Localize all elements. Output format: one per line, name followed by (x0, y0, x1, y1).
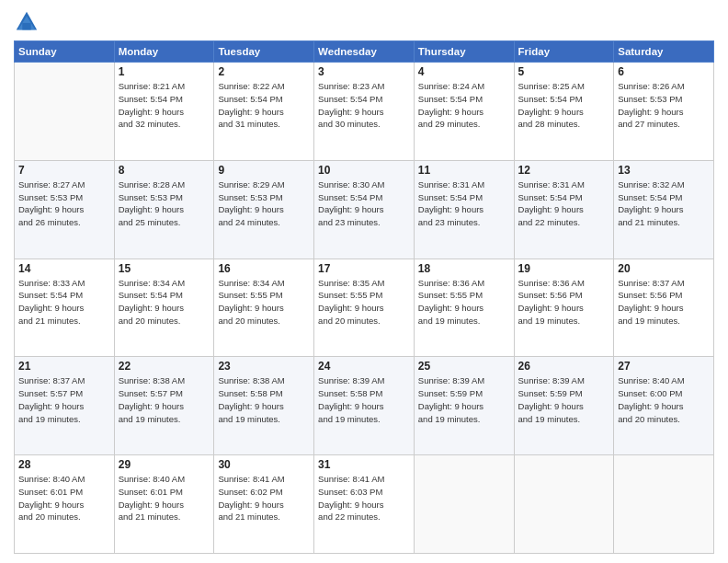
day-info: Sunrise: 8:36 AMSunset: 5:55 PMDaylight:… (418, 277, 510, 327)
calendar-cell: 17Sunrise: 8:35 AMSunset: 5:55 PMDayligh… (314, 259, 415, 357)
day-info: Sunrise: 8:30 AMSunset: 5:54 PMDaylight:… (318, 178, 410, 229)
day-number: 12 (518, 164, 610, 177)
day-info: Sunrise: 8:38 AMSunset: 5:58 PMDaylight:… (218, 374, 310, 425)
day-info: Sunrise: 8:37 AMSunset: 5:56 PMDaylight:… (618, 277, 710, 327)
weekday-header: Sunday (15, 41, 115, 63)
day-number: 29 (119, 458, 210, 471)
weekday-header: Saturday (614, 41, 714, 63)
svg-rect-2 (22, 23, 30, 29)
calendar-cell (414, 455, 514, 554)
calendar-cell: 5Sunrise: 8:25 AMSunset: 5:54 PMDaylight… (514, 63, 614, 161)
day-info: Sunrise: 8:33 AMSunset: 5:54 PMDaylight:… (18, 277, 110, 327)
header (14, 9, 714, 35)
weekday-header: Monday (114, 41, 214, 63)
day-info: Sunrise: 8:40 AMSunset: 6:01 PMDaylight:… (18, 473, 110, 523)
day-info: Sunrise: 8:41 AMSunset: 6:02 PMDaylight:… (218, 473, 310, 523)
day-info: Sunrise: 8:40 AMSunset: 6:00 PMDaylight:… (618, 374, 710, 425)
calendar-cell: 21Sunrise: 8:37 AMSunset: 5:57 PMDayligh… (15, 357, 115, 455)
calendar-table: SundayMondayTuesdayWednesdayThursdayFrid… (14, 40, 714, 554)
calendar-cell: 7Sunrise: 8:27 AMSunset: 5:53 PMDaylight… (15, 160, 115, 259)
calendar-row: 14Sunrise: 8:33 AMSunset: 5:54 PMDayligh… (15, 259, 714, 357)
day-number: 19 (518, 262, 610, 275)
calendar-cell: 22Sunrise: 8:38 AMSunset: 5:57 PMDayligh… (114, 357, 214, 455)
day-number: 15 (119, 262, 210, 275)
calendar-row: 1Sunrise: 8:21 AMSunset: 5:54 PMDaylight… (15, 63, 714, 161)
weekday-header: Wednesday (314, 41, 415, 63)
day-info: Sunrise: 8:39 AMSunset: 5:59 PMDaylight:… (518, 374, 610, 425)
calendar-cell (15, 63, 115, 161)
day-info: Sunrise: 8:39 AMSunset: 5:58 PMDaylight:… (318, 374, 410, 425)
day-number: 10 (318, 164, 410, 177)
calendar-cell: 29Sunrise: 8:40 AMSunset: 6:01 PMDayligh… (114, 455, 214, 554)
day-number: 7 (18, 164, 110, 177)
day-number: 6 (618, 65, 710, 78)
calendar-header-row: SundayMondayTuesdayWednesdayThursdayFrid… (15, 41, 714, 63)
calendar-cell: 25Sunrise: 8:39 AMSunset: 5:59 PMDayligh… (414, 357, 514, 455)
calendar-cell: 20Sunrise: 8:37 AMSunset: 5:56 PMDayligh… (614, 259, 714, 357)
calendar-cell: 24Sunrise: 8:39 AMSunset: 5:58 PMDayligh… (314, 357, 415, 455)
day-info: Sunrise: 8:37 AMSunset: 5:57 PMDaylight:… (18, 374, 110, 425)
calendar-cell (514, 455, 614, 554)
day-number: 9 (218, 164, 310, 177)
calendar-cell: 3Sunrise: 8:23 AMSunset: 5:54 PMDaylight… (314, 63, 415, 161)
day-info: Sunrise: 8:22 AMSunset: 5:54 PMDaylight:… (218, 80, 310, 131)
calendar-cell: 11Sunrise: 8:31 AMSunset: 5:54 PMDayligh… (414, 160, 514, 259)
day-number: 4 (418, 65, 510, 78)
calendar-body: 1Sunrise: 8:21 AMSunset: 5:54 PMDaylight… (15, 63, 714, 554)
calendar-cell: 27Sunrise: 8:40 AMSunset: 6:00 PMDayligh… (614, 357, 714, 455)
calendar-cell: 9Sunrise: 8:29 AMSunset: 5:53 PMDaylight… (214, 160, 314, 259)
day-number: 20 (618, 262, 710, 275)
day-number: 14 (18, 262, 110, 275)
day-number: 11 (418, 164, 510, 177)
calendar-cell: 19Sunrise: 8:36 AMSunset: 5:56 PMDayligh… (514, 259, 614, 357)
day-number: 26 (518, 360, 610, 373)
day-info: Sunrise: 8:31 AMSunset: 5:54 PMDaylight:… (518, 178, 610, 229)
weekday-header: Friday (514, 41, 614, 63)
day-info: Sunrise: 8:35 AMSunset: 5:55 PMDaylight:… (318, 277, 410, 327)
calendar-cell: 16Sunrise: 8:34 AMSunset: 5:55 PMDayligh… (214, 259, 314, 357)
weekday-header: Tuesday (214, 41, 314, 63)
day-info: Sunrise: 8:34 AMSunset: 5:54 PMDaylight:… (119, 277, 210, 327)
day-info: Sunrise: 8:24 AMSunset: 5:54 PMDaylight:… (418, 80, 510, 131)
day-info: Sunrise: 8:28 AMSunset: 5:53 PMDaylight:… (119, 178, 210, 229)
day-number: 8 (119, 164, 210, 177)
calendar-cell: 1Sunrise: 8:21 AMSunset: 5:54 PMDaylight… (114, 63, 214, 161)
day-number: 18 (418, 262, 510, 275)
calendar-cell: 30Sunrise: 8:41 AMSunset: 6:02 PMDayligh… (214, 455, 314, 554)
calendar-row: 7Sunrise: 8:27 AMSunset: 5:53 PMDaylight… (15, 160, 714, 259)
day-number: 3 (318, 65, 410, 78)
day-info: Sunrise: 8:29 AMSunset: 5:53 PMDaylight:… (218, 178, 310, 229)
page: SundayMondayTuesdayWednesdayThursdayFrid… (0, 0, 728, 563)
day-number: 28 (18, 458, 110, 471)
day-number: 30 (218, 458, 310, 471)
day-number: 2 (218, 65, 310, 78)
day-info: Sunrise: 8:39 AMSunset: 5:59 PMDaylight:… (418, 374, 510, 425)
calendar-cell: 12Sunrise: 8:31 AMSunset: 5:54 PMDayligh… (514, 160, 614, 259)
calendar-cell (614, 455, 714, 554)
day-info: Sunrise: 8:25 AMSunset: 5:54 PMDaylight:… (518, 80, 610, 131)
calendar-cell: 6Sunrise: 8:26 AMSunset: 5:53 PMDaylight… (614, 63, 714, 161)
day-number: 17 (318, 262, 410, 275)
day-number: 21 (18, 360, 110, 373)
day-number: 5 (518, 65, 610, 78)
day-number: 25 (418, 360, 510, 373)
logo-icon (14, 9, 40, 35)
calendar-cell: 18Sunrise: 8:36 AMSunset: 5:55 PMDayligh… (414, 259, 514, 357)
day-info: Sunrise: 8:38 AMSunset: 5:57 PMDaylight:… (119, 374, 210, 425)
day-number: 22 (119, 360, 210, 373)
calendar-row: 21Sunrise: 8:37 AMSunset: 5:57 PMDayligh… (15, 357, 714, 455)
calendar-cell: 4Sunrise: 8:24 AMSunset: 5:54 PMDaylight… (414, 63, 514, 161)
calendar-cell: 2Sunrise: 8:22 AMSunset: 5:54 PMDaylight… (214, 63, 314, 161)
weekday-header: Thursday (414, 41, 514, 63)
day-number: 16 (218, 262, 310, 275)
day-info: Sunrise: 8:23 AMSunset: 5:54 PMDaylight:… (318, 80, 410, 131)
calendar-cell: 14Sunrise: 8:33 AMSunset: 5:54 PMDayligh… (15, 259, 115, 357)
calendar-cell: 26Sunrise: 8:39 AMSunset: 5:59 PMDayligh… (514, 357, 614, 455)
calendar-cell: 10Sunrise: 8:30 AMSunset: 5:54 PMDayligh… (314, 160, 415, 259)
logo (14, 9, 43, 35)
day-number: 31 (318, 458, 410, 471)
day-number: 24 (318, 360, 410, 373)
calendar-cell: 28Sunrise: 8:40 AMSunset: 6:01 PMDayligh… (15, 455, 115, 554)
day-info: Sunrise: 8:36 AMSunset: 5:56 PMDaylight:… (518, 277, 610, 327)
day-number: 13 (618, 164, 710, 177)
